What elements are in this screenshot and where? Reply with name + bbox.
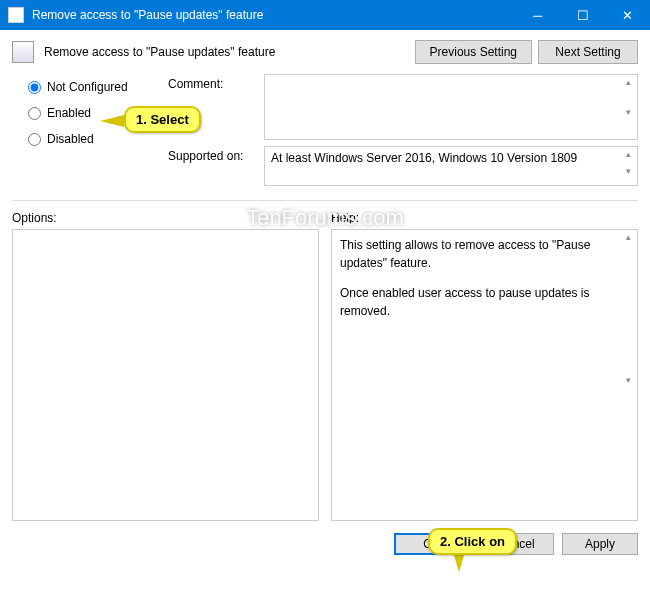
config-section: Not Configured Enabled Disabled Comment:… bbox=[0, 74, 650, 192]
radio-disabled[interactable]: Disabled bbox=[28, 132, 168, 146]
supported-input: At least Windows Server 2016, Windows 10… bbox=[264, 146, 638, 186]
policy-title: Remove access to "Pause updates" feature bbox=[44, 45, 409, 59]
annotation-arrow-2 bbox=[453, 552, 465, 572]
radio-group: Not Configured Enabled Disabled bbox=[28, 74, 168, 192]
window-controls: ─ ☐ ✕ bbox=[515, 0, 650, 30]
options-label: Options: bbox=[12, 211, 319, 225]
comment-input[interactable]: ▴▾ bbox=[264, 74, 638, 140]
window-title: Remove access to "Pause updates" feature bbox=[32, 8, 515, 22]
comment-label: Comment: bbox=[168, 74, 264, 91]
panel-labels: Options: Help: bbox=[0, 211, 650, 229]
title-bar: Remove access to "Pause updates" feature… bbox=[0, 0, 650, 30]
footer: OK Cancel Apply bbox=[0, 521, 650, 567]
radio-enabled-input[interactable] bbox=[28, 107, 41, 120]
panels-row: This setting allows to remove access to … bbox=[0, 229, 650, 521]
radio-disabled-label: Disabled bbox=[47, 132, 94, 146]
radio-disabled-input[interactable] bbox=[28, 133, 41, 146]
supported-row: Supported on: At least Windows Server 20… bbox=[168, 146, 638, 186]
header-row: Remove access to "Pause updates" feature… bbox=[0, 30, 650, 74]
help-scroll[interactable]: ▴▾ bbox=[621, 232, 635, 518]
maximize-button[interactable]: ☐ bbox=[560, 0, 605, 30]
comment-row: Comment: ▴▾ bbox=[168, 74, 638, 140]
apply-button[interactable]: Apply bbox=[562, 533, 638, 555]
radio-not-configured-label: Not Configured bbox=[47, 80, 128, 94]
supported-value: At least Windows Server 2016, Windows 10… bbox=[271, 151, 577, 165]
minimize-button[interactable]: ─ bbox=[515, 0, 560, 30]
supported-label: Supported on: bbox=[168, 146, 264, 163]
supported-scroll[interactable]: ▴▾ bbox=[621, 149, 635, 183]
fields-column: Comment: ▴▾ Supported on: At least Windo… bbox=[168, 74, 638, 192]
radio-not-configured-input[interactable] bbox=[28, 81, 41, 94]
comment-scroll[interactable]: ▴▾ bbox=[621, 77, 635, 137]
divider bbox=[12, 200, 638, 201]
help-line-1: This setting allows to remove access to … bbox=[340, 236, 629, 272]
annotation-click: 2. Click on bbox=[428, 528, 517, 555]
help-panel: This setting allows to remove access to … bbox=[331, 229, 638, 521]
app-icon bbox=[8, 7, 24, 23]
policy-icon bbox=[12, 41, 34, 63]
next-setting-button[interactable]: Next Setting bbox=[538, 40, 638, 64]
annotation-select: 1. Select bbox=[124, 106, 201, 133]
close-button[interactable]: ✕ bbox=[605, 0, 650, 30]
radio-not-configured[interactable]: Not Configured bbox=[28, 80, 168, 94]
options-panel bbox=[12, 229, 319, 521]
help-line-2: Once enabled user access to pause update… bbox=[340, 284, 629, 320]
annotation-arrow-1 bbox=[100, 115, 124, 127]
previous-setting-button[interactable]: Previous Setting bbox=[415, 40, 532, 64]
help-label: Help: bbox=[331, 211, 638, 225]
radio-enabled-label: Enabled bbox=[47, 106, 91, 120]
